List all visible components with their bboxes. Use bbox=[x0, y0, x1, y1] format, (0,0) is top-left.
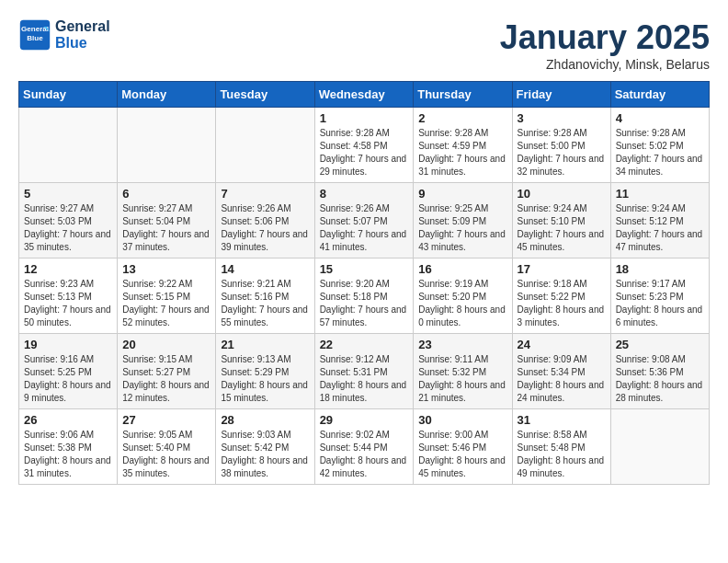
weekday-header-saturday: Saturday bbox=[610, 82, 709, 108]
logo-icon: General Blue bbox=[18, 18, 51, 52]
weekday-header-tuesday: Tuesday bbox=[216, 82, 314, 108]
calendar-cell: 29Sunrise: 9:02 AM Sunset: 5:44 PM Dayli… bbox=[314, 409, 414, 485]
weekday-header-monday: Monday bbox=[118, 82, 216, 108]
calendar-cell: 31Sunrise: 8:58 AM Sunset: 5:48 PM Dayli… bbox=[512, 409, 610, 485]
day-info: Sunrise: 9:26 AM Sunset: 5:07 PM Dayligh… bbox=[320, 202, 409, 254]
day-number: 2 bbox=[418, 111, 506, 125]
day-info: Sunrise: 9:05 AM Sunset: 5:40 PM Dayligh… bbox=[122, 429, 210, 480]
day-number: 1 bbox=[320, 111, 409, 125]
page-header: General Blue General Blue January 2025 Z… bbox=[18, 18, 710, 72]
week-row-4: 19Sunrise: 9:16 AM Sunset: 5:25 PM Dayli… bbox=[19, 334, 710, 409]
calendar-cell: 27Sunrise: 9:05 AM Sunset: 5:40 PM Dayli… bbox=[118, 409, 216, 485]
day-number: 22 bbox=[320, 338, 409, 351]
weekday-header-wednesday: Wednesday bbox=[314, 82, 414, 108]
day-info: Sunrise: 9:18 AM Sunset: 5:22 PM Dayligh… bbox=[518, 278, 606, 329]
calendar-cell: 20Sunrise: 9:15 AM Sunset: 5:27 PM Dayli… bbox=[118, 334, 216, 409]
day-info: Sunrise: 9:28 AM Sunset: 5:00 PM Dayligh… bbox=[518, 127, 606, 178]
logo: General Blue General Blue bbox=[18, 18, 110, 52]
weekday-header-sunday: Sunday bbox=[19, 82, 118, 108]
weekday-header-row: SundayMondayTuesdayWednesdayThursdayFrid… bbox=[19, 82, 710, 108]
calendar-cell: 23Sunrise: 9:11 AM Sunset: 5:32 PM Dayli… bbox=[414, 334, 512, 409]
calendar-cell: 14Sunrise: 9:21 AM Sunset: 5:16 PM Dayli… bbox=[216, 259, 314, 334]
calendar-cell bbox=[19, 108, 118, 183]
day-number: 7 bbox=[221, 187, 309, 201]
calendar-cell bbox=[610, 409, 709, 485]
day-info: Sunrise: 9:03 AM Sunset: 5:42 PM Dayligh… bbox=[221, 429, 309, 480]
weekday-header-thursday: Thursday bbox=[414, 82, 512, 108]
day-number: 30 bbox=[418, 413, 506, 427]
calendar-cell: 8Sunrise: 9:26 AM Sunset: 5:07 PM Daylig… bbox=[314, 183, 414, 259]
calendar-cell: 3Sunrise: 9:28 AM Sunset: 5:00 PM Daylig… bbox=[512, 108, 610, 183]
calendar-cell: 18Sunrise: 9:17 AM Sunset: 5:23 PM Dayli… bbox=[610, 259, 709, 334]
day-info: Sunrise: 9:11 AM Sunset: 5:32 PM Dayligh… bbox=[418, 353, 506, 405]
day-info: Sunrise: 9:17 AM Sunset: 5:23 PM Dayligh… bbox=[616, 278, 704, 329]
week-row-5: 26Sunrise: 9:06 AM Sunset: 5:38 PM Dayli… bbox=[19, 409, 710, 485]
calendar-cell: 9Sunrise: 9:25 AM Sunset: 5:09 PM Daylig… bbox=[414, 183, 512, 259]
day-number: 21 bbox=[221, 338, 309, 351]
day-info: Sunrise: 8:58 AM Sunset: 5:48 PM Dayligh… bbox=[518, 429, 606, 480]
calendar-cell: 7Sunrise: 9:26 AM Sunset: 5:06 PM Daylig… bbox=[216, 183, 314, 259]
day-number: 13 bbox=[122, 262, 210, 276]
day-info: Sunrise: 9:22 AM Sunset: 5:15 PM Dayligh… bbox=[122, 278, 210, 329]
day-number: 27 bbox=[122, 413, 210, 427]
day-info: Sunrise: 9:16 AM Sunset: 5:25 PM Dayligh… bbox=[24, 353, 112, 405]
day-number: 25 bbox=[616, 338, 704, 351]
day-number: 6 bbox=[122, 187, 210, 201]
calendar-cell: 28Sunrise: 9:03 AM Sunset: 5:42 PM Dayli… bbox=[216, 409, 314, 485]
week-row-2: 5Sunrise: 9:27 AM Sunset: 5:03 PM Daylig… bbox=[19, 183, 710, 259]
calendar-cell: 19Sunrise: 9:16 AM Sunset: 5:25 PM Dayli… bbox=[19, 334, 118, 409]
calendar-cell: 6Sunrise: 9:27 AM Sunset: 5:04 PM Daylig… bbox=[118, 183, 216, 259]
day-info: Sunrise: 9:00 AM Sunset: 5:46 PM Dayligh… bbox=[418, 429, 506, 480]
location-text: Zhdanovichy, Minsk, Belarus bbox=[500, 57, 710, 72]
calendar-cell: 25Sunrise: 9:08 AM Sunset: 5:36 PM Dayli… bbox=[610, 334, 709, 409]
calendar-cell: 11Sunrise: 9:24 AM Sunset: 5:12 PM Dayli… bbox=[610, 183, 709, 259]
day-info: Sunrise: 9:23 AM Sunset: 5:13 PM Dayligh… bbox=[24, 278, 112, 329]
calendar-cell: 16Sunrise: 9:19 AM Sunset: 5:20 PM Dayli… bbox=[414, 259, 512, 334]
calendar-cell bbox=[216, 108, 314, 183]
day-info: Sunrise: 9:08 AM Sunset: 5:36 PM Dayligh… bbox=[616, 353, 704, 405]
calendar-table: SundayMondayTuesdayWednesdayThursdayFrid… bbox=[18, 81, 710, 485]
calendar-cell: 4Sunrise: 9:28 AM Sunset: 5:02 PM Daylig… bbox=[610, 108, 709, 183]
logo-general: General bbox=[55, 18, 110, 35]
calendar-cell: 10Sunrise: 9:24 AM Sunset: 5:10 PM Dayli… bbox=[512, 183, 610, 259]
day-info: Sunrise: 9:27 AM Sunset: 5:03 PM Dayligh… bbox=[24, 202, 112, 254]
svg-text:Blue: Blue bbox=[27, 34, 43, 42]
day-info: Sunrise: 9:28 AM Sunset: 4:59 PM Dayligh… bbox=[418, 127, 506, 178]
day-number: 16 bbox=[418, 262, 506, 276]
day-number: 18 bbox=[616, 262, 704, 276]
day-info: Sunrise: 9:28 AM Sunset: 5:02 PM Dayligh… bbox=[616, 127, 704, 178]
day-number: 9 bbox=[418, 187, 506, 201]
calendar-cell: 22Sunrise: 9:12 AM Sunset: 5:31 PM Dayli… bbox=[314, 334, 414, 409]
day-info: Sunrise: 9:25 AM Sunset: 5:09 PM Dayligh… bbox=[418, 202, 506, 254]
day-info: Sunrise: 9:26 AM Sunset: 5:06 PM Dayligh… bbox=[221, 202, 309, 254]
calendar-cell: 30Sunrise: 9:00 AM Sunset: 5:46 PM Dayli… bbox=[414, 409, 512, 485]
day-info: Sunrise: 9:12 AM Sunset: 5:31 PM Dayligh… bbox=[320, 353, 409, 405]
day-number: 15 bbox=[320, 262, 409, 276]
day-info: Sunrise: 9:13 AM Sunset: 5:29 PM Dayligh… bbox=[221, 353, 309, 405]
day-number: 24 bbox=[518, 338, 606, 351]
day-info: Sunrise: 9:19 AM Sunset: 5:20 PM Dayligh… bbox=[418, 278, 506, 329]
month-title: January 2025 bbox=[500, 18, 710, 57]
calendar-cell: 26Sunrise: 9:06 AM Sunset: 5:38 PM Dayli… bbox=[19, 409, 118, 485]
day-number: 26 bbox=[24, 413, 112, 427]
day-number: 3 bbox=[518, 111, 606, 125]
day-number: 14 bbox=[221, 262, 309, 276]
day-info: Sunrise: 9:15 AM Sunset: 5:27 PM Dayligh… bbox=[122, 353, 210, 405]
weekday-header-friday: Friday bbox=[512, 82, 610, 108]
day-number: 8 bbox=[320, 187, 409, 201]
day-number: 17 bbox=[518, 262, 606, 276]
calendar-cell: 15Sunrise: 9:20 AM Sunset: 5:18 PM Dayli… bbox=[314, 259, 414, 334]
day-info: Sunrise: 9:28 AM Sunset: 4:58 PM Dayligh… bbox=[320, 127, 409, 178]
title-section: January 2025 Zhdanovichy, Minsk, Belarus bbox=[500, 18, 710, 72]
day-number: 12 bbox=[24, 262, 112, 276]
calendar-cell: 2Sunrise: 9:28 AM Sunset: 4:59 PM Daylig… bbox=[414, 108, 512, 183]
day-number: 20 bbox=[122, 338, 210, 351]
day-number: 4 bbox=[616, 111, 704, 125]
day-info: Sunrise: 9:27 AM Sunset: 5:04 PM Dayligh… bbox=[122, 202, 210, 254]
calendar-cell bbox=[118, 108, 216, 183]
day-info: Sunrise: 9:24 AM Sunset: 5:10 PM Dayligh… bbox=[518, 202, 606, 254]
day-info: Sunrise: 9:09 AM Sunset: 5:34 PM Dayligh… bbox=[518, 353, 606, 405]
calendar-cell: 24Sunrise: 9:09 AM Sunset: 5:34 PM Dayli… bbox=[512, 334, 610, 409]
logo-blue: Blue bbox=[55, 35, 110, 52]
calendar-cell: 13Sunrise: 9:22 AM Sunset: 5:15 PM Dayli… bbox=[118, 259, 216, 334]
